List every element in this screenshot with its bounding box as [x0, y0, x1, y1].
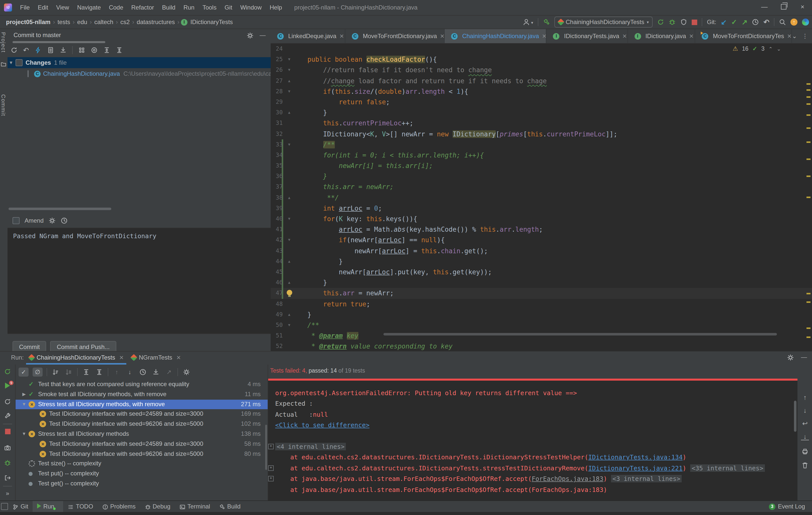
test-tree-row[interactable]: ▶✓Smoke test all IDictionary methods, wi… [16, 390, 268, 400]
close-icon[interactable]: ✕ [542, 33, 547, 39]
warning-stripe-mark[interactable] [807, 197, 811, 198]
fold-expand-icon[interactable]: + [268, 476, 274, 481]
sidebar-item-project[interactable]: Project [0, 32, 6, 53]
expand-all-icon[interactable] [82, 368, 91, 376]
clear-all-icon[interactable] [801, 461, 809, 469]
chevron-down-icon[interactable]: ▼ [7, 60, 14, 65]
test-settings-icon[interactable] [3, 412, 11, 420]
statusbar-item-git[interactable]: Git [8, 501, 33, 512]
console-line[interactable]: <Click to see difference> [268, 420, 798, 430]
menu-file[interactable]: File [16, 2, 34, 12]
code-line-32[interactable]: 32 IDictionary<K, V>[] newArr = new IDic… [271, 128, 812, 139]
code-line-42[interactable]: 42▾ if(newArr[arrLoc] == null){ [271, 235, 812, 246]
statusbar-item-problems[interactable]: Problems [98, 501, 140, 512]
code-line-26[interactable]: 26▾ //return false if it doesn't need to… [271, 65, 812, 76]
changed-file-row[interactable]: C ChainingHashDictionary.java C:\Users\n… [7, 68, 271, 79]
menu-edit[interactable]: Edit [34, 2, 52, 12]
previous-failed-icon[interactable]: ↑ [112, 369, 121, 376]
test-tree-row[interactable]: ✓Test that keys are not compared using r… [16, 380, 268, 390]
sort-by-duration-icon[interactable] [64, 368, 73, 376]
toggle-auto-test-icon[interactable] [3, 398, 11, 406]
commit-message-field[interactable]: Passed NGram and MoveToFrontDictionary [7, 228, 271, 334]
close-icon[interactable]: ✕ [787, 33, 792, 39]
test-tree-row[interactable]: Test size() -- complexity [16, 459, 268, 469]
scrollbar[interactable] [12, 41, 105, 43]
warning-stripe-mark[interactable] [807, 302, 811, 303]
stop-button[interactable] [692, 19, 697, 25]
warning-stripe-mark[interactable] [807, 141, 811, 143]
collapse-all-icon[interactable] [95, 368, 104, 376]
stacktrace-link[interactable]: IDictionaryTests.java:221 [588, 464, 683, 471]
statusbar-item-todo[interactable]: TODO [63, 501, 98, 512]
run-configuration-select[interactable]: ChainingHashDictionaryTests ▾ [554, 17, 653, 28]
console-line[interactable] [268, 430, 798, 441]
menu-code[interactable]: Code [105, 2, 127, 12]
changes-checkbox[interactable] [16, 59, 23, 66]
group-by-icon[interactable] [78, 47, 85, 54]
code-line-40[interactable]: 40▾ for(K key: this.keys()){ [271, 213, 812, 224]
test-tree-row[interactable]: ×Test IDictionary interface with seed=96… [16, 419, 268, 429]
changelist-icon[interactable] [47, 47, 54, 54]
run-button[interactable] [657, 18, 664, 26]
test-history-icon[interactable] [138, 368, 147, 376]
gear-icon[interactable] [246, 32, 254, 39]
statusbar-item-terminal[interactable]: Terminal [175, 501, 215, 512]
code-line-48[interactable]: 48 return true; [271, 298, 812, 309]
code-line-25[interactable]: 25▾ public boolean checkLoadFactor(){ [271, 54, 812, 65]
fold-expand-icon[interactable]: + [268, 444, 274, 449]
file-checkbox[interactable] [28, 70, 29, 77]
warning-stripe-mark[interactable] [807, 175, 811, 177]
warning-stripe-mark[interactable] [807, 83, 811, 85]
rerun-icon[interactable] [3, 368, 11, 376]
code-line-50[interactable]: 50▾ /** [271, 320, 812, 331]
run-tab-ngramtests[interactable]: NGramTests ✕ [131, 351, 181, 364]
expand-all-icon[interactable] [103, 47, 110, 54]
test-tree-row[interactable]: ▼×Stress test all IDictionary methods, w… [16, 399, 268, 409]
next-issue-icon[interactable]: ⌄ [777, 46, 781, 51]
sort-alphabetically-icon[interactable] [51, 368, 60, 376]
warning-stripe-mark[interactable] [807, 327, 811, 329]
console-output[interactable]: org.opentest4j.AssertionFailedError: Put… [268, 381, 798, 501]
console-line[interactable]: Actual :null [268, 409, 798, 420]
scrollbar[interactable] [8, 208, 111, 210]
code-line-30[interactable]: 30▴ } [271, 107, 812, 118]
refresh-icon[interactable] [10, 47, 18, 54]
code-line-38[interactable]: 38▴ **/ [271, 192, 812, 203]
close-icon[interactable]: ✕ [440, 33, 444, 39]
up-stacktrace-icon[interactable]: ↑ [801, 394, 809, 402]
chevron-down-icon[interactable]: ▼ [22, 399, 27, 409]
user-icon[interactable]: ▾ [523, 18, 533, 26]
build-hammer-icon[interactable] [543, 18, 550, 26]
show-ignored-icon[interactable]: ∅ [33, 368, 42, 377]
breadcrumb-item[interactable]: edu [76, 19, 88, 26]
code-line-29[interactable]: 29 return false; [271, 97, 812, 107]
breadcrumb-item[interactable]: datastructures [136, 19, 176, 26]
history-icon[interactable] [752, 18, 759, 26]
code-line-28[interactable]: 28▾ if(this.size/(double)arr.length < 1)… [271, 86, 812, 97]
editor-tab-idictionary-java[interactable]: IIDictionary.java✕ [628, 29, 695, 43]
rerun-failed-tests-icon[interactable]: 9 [3, 382, 11, 391]
console-line[interactable]: + at java.base/java.util.stream.ForEachO… [268, 474, 798, 484]
hide-panel-icon[interactable]: — [801, 354, 807, 361]
warning-stripe-mark[interactable] [807, 159, 811, 160]
code-editor[interactable]: 2425▾ public boolean checkLoadFactor(){2… [271, 44, 812, 351]
code-line-44[interactable]: 44▴ } [271, 256, 812, 267]
code-line-33[interactable]: 33▾ /** [271, 139, 812, 150]
warning-stripe-mark[interactable] [807, 127, 811, 129]
prev-issue-icon[interactable]: ⌃ [768, 46, 773, 51]
menu-view[interactable]: View [52, 2, 73, 12]
console-line[interactable]: at java.base/java.util.stream.ForEachOps… [268, 484, 798, 495]
code-line-49[interactable]: 49▴ } [271, 309, 812, 320]
test-tree-row[interactable]: ×Test IDictionary interface with seed=24… [16, 409, 268, 420]
warning-stripe-mark[interactable] [807, 114, 811, 116]
console-line[interactable]: + at edu.caltech.cs2.datastructures.IDic… [268, 463, 798, 474]
gear-icon[interactable] [787, 353, 794, 361]
coverage-button[interactable] [680, 18, 688, 26]
test-tree-row[interactable]: ×Test IDictionary interface with seed=24… [16, 439, 268, 449]
test-tree-row[interactable]: Test put() -- complexity [16, 469, 268, 479]
intention-bulb-icon[interactable] [287, 290, 292, 296]
breadcrumb-item[interactable]: caltech [93, 19, 114, 26]
sidebar-item-commit[interactable]: Commit [0, 94, 6, 116]
code-line-34[interactable]: 34 for(int i = 0; i < this.arr.length; i… [271, 150, 812, 161]
hidden-tabs-icon[interactable]: ⌄ [792, 33, 797, 39]
